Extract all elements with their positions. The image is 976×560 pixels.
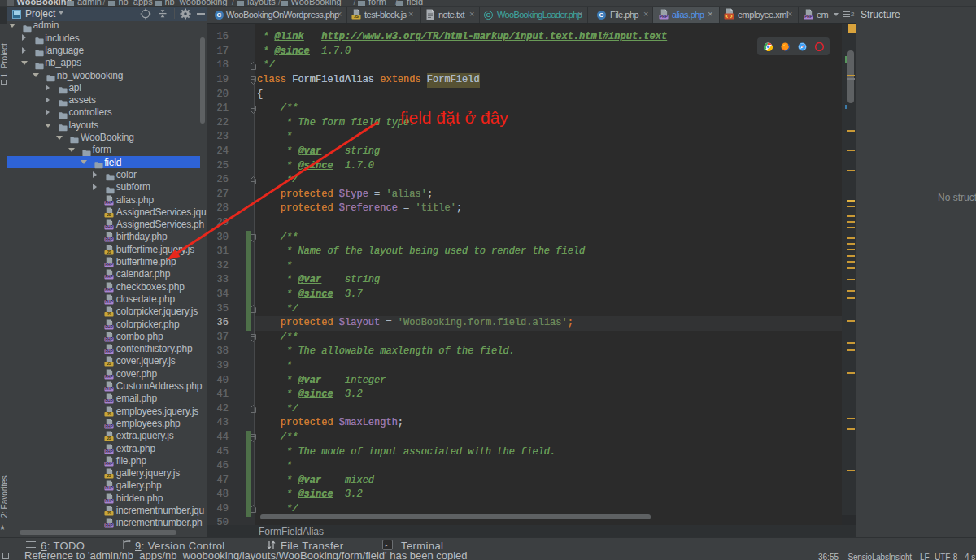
svg-text:field đặt ở đây: field đặt ở đây [400, 108, 508, 127]
